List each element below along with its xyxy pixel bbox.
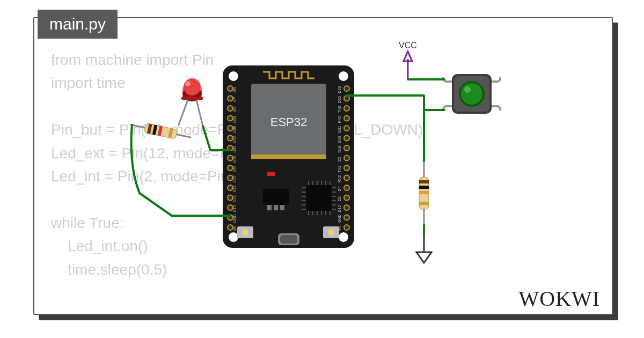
filename-label: main.py (49, 15, 106, 33)
code-block: from machine import Pin import time Pin_… (51, 48, 423, 281)
filename-tab: main.py (38, 10, 118, 39)
brand-logo: WOKWI (518, 286, 600, 311)
